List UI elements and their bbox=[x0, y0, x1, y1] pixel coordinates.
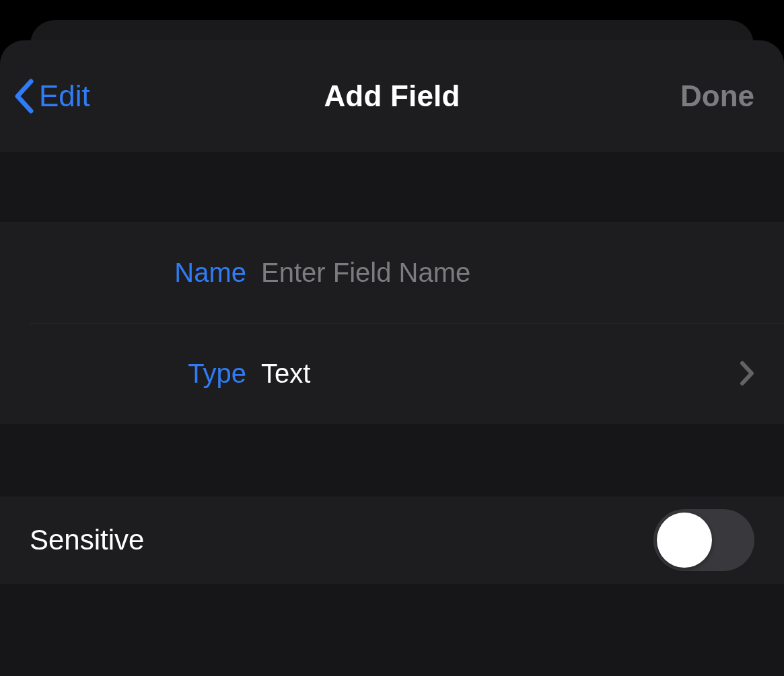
chevron-right-icon bbox=[740, 361, 754, 386]
navigation-bar: Edit Add Field Done bbox=[0, 40, 784, 152]
back-button[interactable]: Edit bbox=[13, 79, 90, 114]
sensitive-row: Sensitive bbox=[0, 496, 784, 584]
name-label: Name bbox=[30, 258, 261, 288]
name-row[interactable]: Name bbox=[0, 222, 784, 323]
content-area: Name Type Text Sensitive bbox=[0, 152, 784, 676]
sensitive-toggle[interactable] bbox=[653, 509, 754, 571]
back-label: Edit bbox=[39, 79, 90, 113]
chevron-left-icon bbox=[13, 79, 34, 114]
done-button[interactable]: Done bbox=[680, 79, 754, 113]
field-group: Name Type Text bbox=[0, 222, 784, 424]
type-value: Text bbox=[261, 359, 740, 389]
modal-sheet: Edit Add Field Done Name Type Text bbox=[0, 40, 784, 676]
type-label: Type bbox=[30, 359, 261, 389]
toggle-knob bbox=[657, 513, 712, 568]
name-input[interactable] bbox=[261, 258, 754, 288]
page-title: Add Field bbox=[324, 79, 460, 113]
sensitive-group: Sensitive bbox=[0, 496, 784, 584]
type-row[interactable]: Type Text bbox=[0, 323, 784, 424]
sensitive-label: Sensitive bbox=[30, 524, 144, 556]
